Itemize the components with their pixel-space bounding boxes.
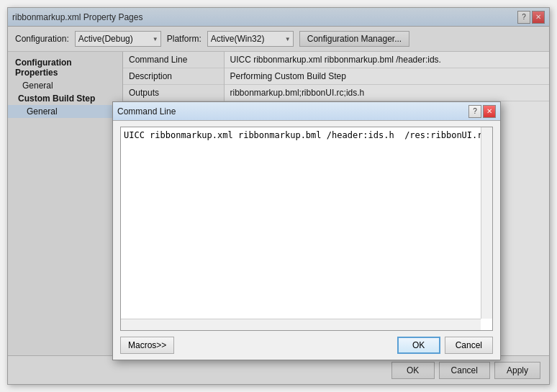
dialog-title: Command Line: [117, 106, 176, 117]
dialog-help-button[interactable]: ?: [468, 105, 481, 118]
main-property-pages-window: ribbonmarkup.xml Property Pages ? ✕ Conf…: [7, 7, 550, 385]
dialog-ok-button[interactable]: OK: [397, 337, 440, 354]
macros-button[interactable]: Macros>>: [120, 337, 174, 354]
command-line-dialog: Command Line ? ✕ UICC ribbonmarkup.xml r…: [112, 101, 501, 360]
vertical-scrollbar[interactable]: [481, 127, 492, 319]
dialog-bottom-bar: Macros>> OK Cancel: [120, 337, 493, 354]
dialog-ok-cancel-buttons: OK Cancel: [397, 337, 493, 354]
command-textarea[interactable]: UICC ribbonmarkup.xml ribbonmarkup.bml /…: [121, 127, 492, 330]
dialog-close-button[interactable]: ✕: [483, 105, 496, 118]
dialog-cancel-button[interactable]: Cancel: [445, 337, 493, 354]
horizontal-scrollbar[interactable]: [121, 319, 481, 330]
dialog-title-bar: Command Line ? ✕: [113, 102, 500, 121]
dialog-title-controls: ? ✕: [468, 105, 496, 118]
command-textarea-wrapper: UICC ribbonmarkup.xml ribbonmarkup.bml /…: [120, 127, 493, 331]
dialog-overlay: Command Line ? ✕ UICC ribbonmarkup.xml r…: [8, 8, 549, 384]
dialog-content: UICC ribbonmarkup.xml ribbonmarkup.bml /…: [113, 121, 500, 360]
